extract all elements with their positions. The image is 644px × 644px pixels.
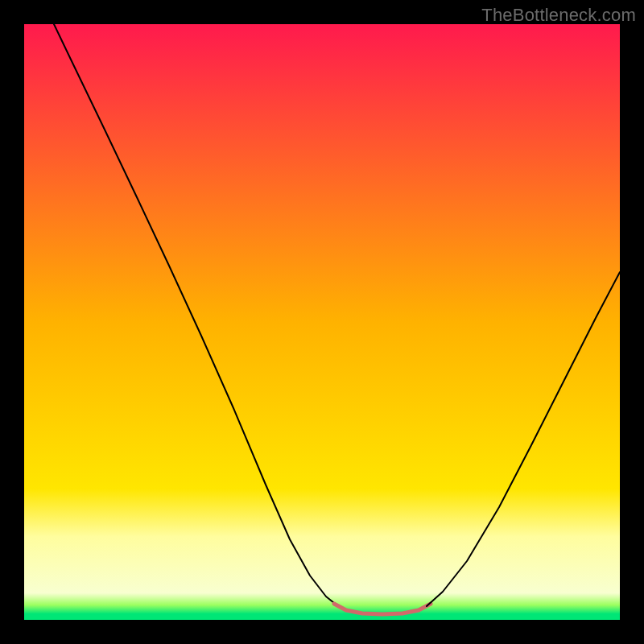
gradient-background: [24, 24, 620, 620]
plot-area: [24, 24, 620, 620]
chart-frame: TheBottleneck.com: [0, 0, 644, 644]
watermark-text: TheBottleneck.com: [481, 5, 636, 26]
chart-svg: [24, 24, 620, 620]
